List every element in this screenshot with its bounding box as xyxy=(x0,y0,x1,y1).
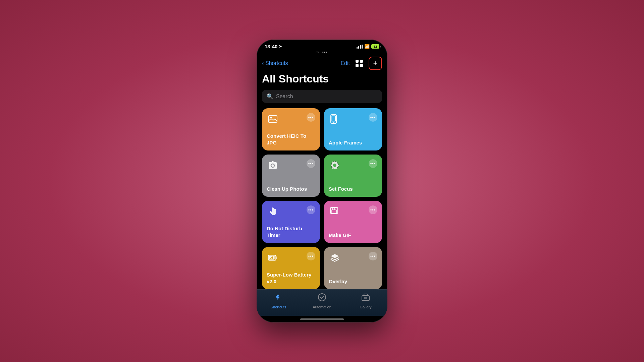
shortcuts-tab-label: Shortcuts xyxy=(271,305,286,309)
battery-icon: 62 xyxy=(371,44,379,49)
shortcut-card-convert-heic[interactable]: ••• Convert HEIC To JPG xyxy=(262,108,320,150)
card-header: ••• xyxy=(267,205,315,218)
wifi-icon: 📶 xyxy=(364,44,370,49)
tab-shortcuts[interactable]: Shortcuts xyxy=(257,293,300,309)
signal-bar-1 xyxy=(357,47,358,49)
phone-frame: 13:40 ➤ 📶 62 Search ‹ Shortcuts Edit xyxy=(257,40,387,322)
shortcut-title: Clean Up Photos xyxy=(267,186,315,192)
gif-icon xyxy=(329,205,341,218)
svg-rect-7 xyxy=(332,116,335,121)
svg-rect-8 xyxy=(333,122,334,123)
card-header: ••• xyxy=(329,113,377,125)
svg-rect-0 xyxy=(356,60,359,63)
nav-back-button[interactable]: ‹ Shortcuts xyxy=(262,60,288,67)
home-indicator xyxy=(257,316,387,322)
shortcut-title: Set Focus xyxy=(329,186,377,192)
shortcut-title: Super-Low Battery v2.0 xyxy=(267,272,315,285)
menu-dots-icon: ••• xyxy=(370,115,376,120)
dynamic-island xyxy=(302,42,342,52)
shortcut-title: Overlay xyxy=(329,278,377,285)
grid-view-button[interactable] xyxy=(354,58,365,69)
menu-dots-icon: ••• xyxy=(308,161,314,166)
card-header: ••• xyxy=(267,252,315,264)
card-menu-button[interactable]: ••• xyxy=(369,113,377,122)
shortcut-title: Make GIF xyxy=(329,232,377,239)
home-bar xyxy=(300,318,344,320)
back-chevron-icon: ‹ xyxy=(262,60,264,67)
card-menu-button[interactable]: ••• xyxy=(369,252,377,260)
menu-dots-icon: ••• xyxy=(370,254,376,259)
shortcuts-tab-icon xyxy=(274,293,283,304)
page-title: All Shortcuts xyxy=(262,73,382,85)
card-header: ••• xyxy=(329,205,377,218)
search-bar[interactable]: 🔍 Search xyxy=(262,90,382,103)
layers-icon xyxy=(329,252,341,264)
menu-dots-icon: ••• xyxy=(370,161,376,166)
svg-rect-2 xyxy=(356,64,359,67)
shortcut-card-battery[interactable]: ••• Super-Low Battery v2.0 xyxy=(262,247,320,289)
tab-bar: Shortcuts Automation Gallery xyxy=(257,289,387,316)
card-menu-button[interactable]: ••• xyxy=(307,159,315,168)
nav-bar: ‹ Shortcuts Edit + xyxy=(257,55,387,73)
card-menu-button[interactable]: ••• xyxy=(307,113,315,122)
signal-bars xyxy=(357,45,363,49)
menu-dots-icon: ••• xyxy=(308,115,314,120)
shortcut-card-do-not-disturb[interactable]: ••• Do Not Disturb Timer xyxy=(262,201,320,243)
card-menu-button[interactable]: ••• xyxy=(307,252,315,260)
shortcut-card-set-focus[interactable]: ••• Set Focus xyxy=(324,155,382,197)
main-content: All Shortcuts 🔍 Search xyxy=(257,73,387,289)
signal-bar-4 xyxy=(362,45,363,49)
menu-dots-icon: ••• xyxy=(370,207,376,213)
signal-bar-2 xyxy=(358,46,359,49)
shortcut-card-clean-up-photos[interactable]: ••• Clean Up Photos xyxy=(262,155,320,197)
shortcut-card-apple-frames[interactable]: ••• Apple Frames xyxy=(324,108,382,150)
location-icon: ➤ xyxy=(279,44,282,49)
card-menu-button[interactable]: ••• xyxy=(369,159,377,168)
tab-gallery[interactable]: Gallery xyxy=(344,293,387,309)
search-placeholder: Search xyxy=(276,94,293,100)
card-header: ••• xyxy=(267,159,315,171)
svg-rect-1 xyxy=(360,60,363,63)
edit-button[interactable]: Edit xyxy=(340,60,350,66)
phone-grid-icon xyxy=(329,113,341,125)
search-icon: 🔍 xyxy=(267,93,273,100)
settings-icon xyxy=(329,159,341,171)
shortcut-title: Apple Frames xyxy=(329,139,377,146)
svg-rect-17 xyxy=(276,256,277,259)
automation-tab-icon xyxy=(318,293,326,304)
svg-rect-25 xyxy=(364,297,367,299)
status-right: 📶 62 xyxy=(357,44,379,49)
tab-automation[interactable]: Automation xyxy=(300,293,344,309)
svg-rect-3 xyxy=(360,64,363,67)
shortcuts-grid: ••• Convert HEIC To JPG • xyxy=(262,108,382,289)
gallery-tab-icon xyxy=(361,293,370,304)
shortcut-title: Convert HEIC To JPG xyxy=(267,133,315,146)
hand-icon xyxy=(267,205,279,218)
photo-icon xyxy=(267,113,279,125)
menu-dots-icon: ••• xyxy=(308,254,314,259)
grid-icon xyxy=(356,60,363,67)
svg-rect-4 xyxy=(268,116,277,122)
card-header: ••• xyxy=(329,159,377,171)
menu-dots-icon: ••• xyxy=(308,207,314,213)
card-header: ••• xyxy=(329,252,377,264)
signal-bar-3 xyxy=(360,45,361,49)
shortcut-title: Do Not Disturb Timer xyxy=(267,225,315,238)
add-shortcut-button[interactable]: + xyxy=(369,57,382,70)
battery-level: 62 xyxy=(374,45,377,48)
gallery-tab-label: Gallery xyxy=(360,305,372,309)
nav-back-label: Shortcuts xyxy=(265,60,288,66)
card-header: ••• xyxy=(267,113,315,125)
add-icon: + xyxy=(373,60,378,67)
nav-actions: Edit + xyxy=(340,57,382,70)
card-menu-button[interactable]: ••• xyxy=(307,205,315,214)
camera-icon xyxy=(267,159,279,171)
automation-tab-label: Automation xyxy=(313,305,331,309)
battery-shortcut-icon xyxy=(267,252,279,264)
svg-point-11 xyxy=(333,164,336,167)
shortcut-card-make-gif[interactable]: ••• Make GIF xyxy=(324,201,382,243)
card-menu-button[interactable]: ••• xyxy=(369,205,377,214)
svg-rect-18 xyxy=(269,256,275,259)
shortcut-card-overlay[interactable]: ••• Overlay xyxy=(324,247,382,289)
